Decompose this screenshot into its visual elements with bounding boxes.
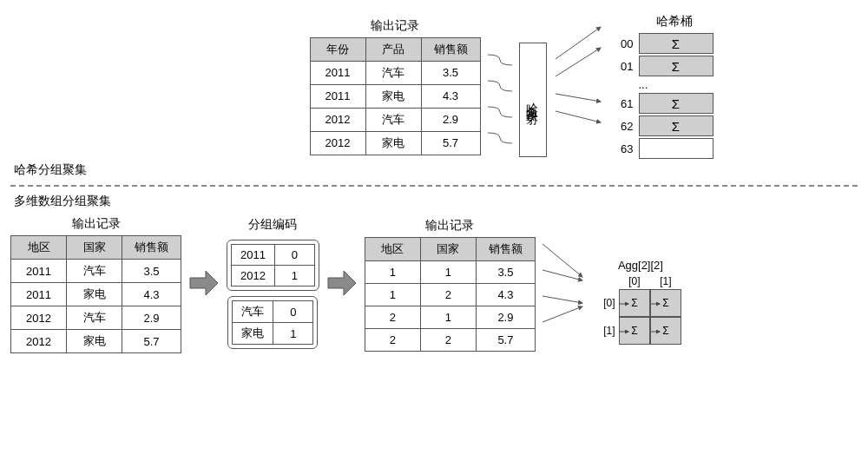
bucket-cell: Σ <box>639 93 713 114</box>
cell: 2012 <box>310 131 365 155</box>
svg-line-3 <box>556 111 601 122</box>
bottom-left-block: 输出记录 地区 国家 销售额 2011汽车3.5 2011家电4.3 2012汽… <box>10 213 181 353</box>
cell: 1 <box>273 323 313 345</box>
array-aggregate-diagram: 输出记录 地区 国家 销售额 2011汽车3.5 2011家电4.3 2012汽… <box>10 213 858 353</box>
cell: 2011 <box>310 84 365 108</box>
top-caption: 哈希分组聚集 <box>14 162 858 178</box>
hash-map-label: 哈希映射 <box>525 93 541 107</box>
top-table-block: 输出记录 年份 产品 销售额 2011汽车3.5 2011家电4.3 2012汽… <box>310 15 481 155</box>
cell: 汽车 <box>67 260 122 283</box>
row-to-agg-lines <box>542 228 586 350</box>
cell: 2.9 <box>122 306 181 330</box>
bucket-block: 哈希桶 00Σ 01Σ ... 61Σ 62Σ 63 <box>613 10 713 159</box>
top-table-title: 输出记录 <box>310 18 481 34</box>
svg-line-1 <box>556 48 601 76</box>
agg-label: Agg[2][2] <box>618 259 663 272</box>
cell: 家电 <box>365 84 421 108</box>
bottom-left-table: 地区 国家 销售额 2011汽车3.5 2011家电4.3 2012汽车2.9 … <box>10 235 181 353</box>
bottom-right-title: 输出记录 <box>365 218 536 234</box>
agg-col-idx: [0] <box>628 275 640 287</box>
sigma-icon: Σ <box>672 36 680 51</box>
bucket-cell-empty <box>639 138 713 159</box>
agg-row-idx: [0] <box>603 297 615 309</box>
svg-line-2 <box>556 94 601 102</box>
cell: 2 <box>365 329 420 352</box>
cell: 0 <box>274 245 314 266</box>
cell: 2012 <box>232 266 275 286</box>
cell: 4.3 <box>421 84 480 108</box>
sigma-icon: Σ <box>672 59 680 74</box>
hash-fanout-arrows <box>554 11 606 159</box>
cell: 3.5 <box>122 260 181 283</box>
cell: 1 <box>420 261 476 284</box>
col-header: 年份 <box>310 37 365 61</box>
cell: 1 <box>365 261 420 284</box>
bucket-cell: Σ <box>639 56 713 76</box>
svg-line-0 <box>556 27 601 59</box>
code-table-product: 汽车0 家电1 <box>232 300 313 345</box>
bucket-id: 61 <box>613 97 634 110</box>
bottom-left-title: 输出记录 <box>10 216 181 232</box>
group-code-block: 分组编码 20110 20121 汽车0 家电1 <box>227 217 319 349</box>
bottom-right-table: 地区 国家 销售额 113.5 124.3 212.9 225.7 <box>365 237 536 352</box>
agg-col-idx: [1] <box>660 275 671 287</box>
bucket-ellipsis: ... <box>613 78 648 91</box>
bottom-right-block: 输出记录 地区 国家 销售额 113.5 124.3 212.9 225.7 <box>365 214 536 352</box>
top-output-table: 年份 产品 销售额 2011汽车3.5 2011家电4.3 2012汽车2.9 … <box>310 37 481 155</box>
col-header: 国家 <box>67 236 122 260</box>
svg-line-7 <box>542 306 582 322</box>
code-table-year: 20110 20121 <box>231 244 315 286</box>
code-title: 分组编码 <box>248 217 297 233</box>
col-header: 国家 <box>420 238 476 261</box>
agg-array-block: Agg[2][2] [0] [1] [0] Σ Σ [1] Σ Σ <box>600 259 681 345</box>
cell: 2011 <box>232 245 275 266</box>
cell: 1 <box>420 306 476 329</box>
svg-line-6 <box>542 296 582 303</box>
hash-aggregate-diagram: 输出记录 年份 产品 销售额 2011汽车3.5 2011家电4.3 2012汽… <box>10 10 858 159</box>
cell: 家电 <box>365 131 421 155</box>
agg-cell: Σ <box>619 289 650 317</box>
col-header: 销售额 <box>476 238 535 261</box>
cell: 1 <box>365 284 420 306</box>
agg-row-idx: [1] <box>603 325 615 337</box>
col-header: 地区 <box>11 236 67 260</box>
cell: 汽车 <box>233 301 273 323</box>
cell: 2012 <box>310 108 365 131</box>
section-divider <box>10 185 858 187</box>
bucket-title: 哈希桶 <box>635 14 713 30</box>
bucket-cell: Σ <box>639 115 713 136</box>
cell: 汽车 <box>67 306 122 330</box>
cell: 2 <box>365 306 420 329</box>
cell: 2012 <box>11 306 67 330</box>
hash-map-box: 哈希映射 <box>519 43 547 157</box>
cell: 0 <box>273 301 313 323</box>
bucket-cell: Σ <box>639 33 713 54</box>
bucket-id: 00 <box>613 37 634 50</box>
cell: 2.9 <box>421 108 480 131</box>
cell: 家电 <box>233 323 273 345</box>
agg-cell: Σ <box>650 289 681 317</box>
cell: 4.3 <box>122 283 181 306</box>
bottom-caption: 多维数组分组聚集 <box>14 194 858 209</box>
col-header: 销售额 <box>122 236 181 260</box>
cell: 2012 <box>11 330 67 353</box>
cell: 2011 <box>11 260 67 283</box>
cell: 2011 <box>310 61 365 84</box>
row-brackets <box>488 43 512 157</box>
bucket-id: 62 <box>613 120 634 133</box>
cell: 5.7 <box>476 329 535 352</box>
agg-cell: Σ <box>650 317 681 345</box>
bucket-id: 01 <box>613 60 634 73</box>
cell: 2 <box>420 329 476 352</box>
cell: 1 <box>274 266 314 286</box>
cell: 5.7 <box>421 131 480 155</box>
agg-cell: Σ <box>619 317 650 345</box>
cell: 5.7 <box>122 330 181 353</box>
cell: 2 <box>420 284 476 306</box>
arrow-right-icon <box>188 267 220 299</box>
col-header: 销售额 <box>421 37 480 61</box>
sigma-icon: Σ <box>672 96 680 111</box>
cell: 2.9 <box>476 306 535 329</box>
bucket-id: 63 <box>613 142 634 155</box>
cell: 2011 <box>11 283 67 306</box>
